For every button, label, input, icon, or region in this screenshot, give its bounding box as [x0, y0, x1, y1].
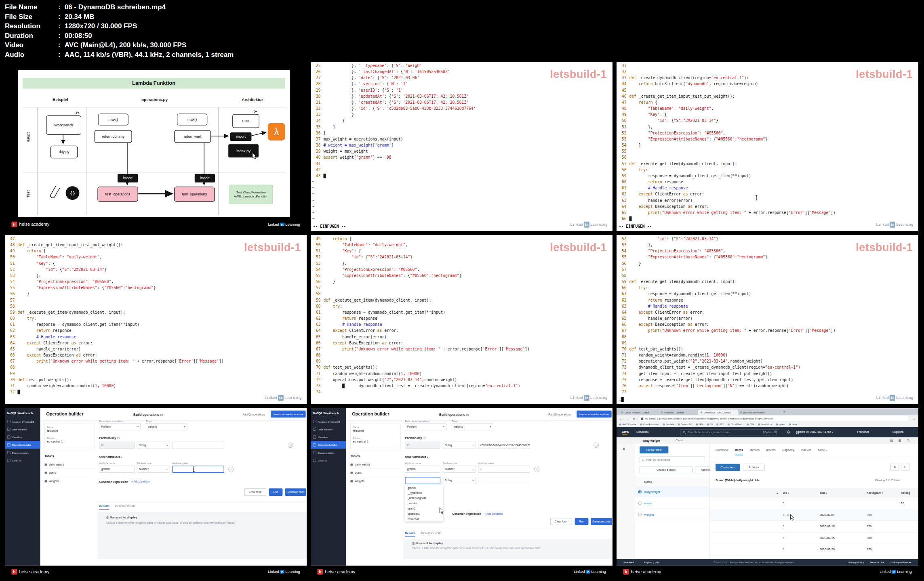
info-icon[interactable]: ⓘ [907, 438, 910, 443]
tab-generated-code[interactable]: Generated code [421, 532, 441, 537]
forward-button[interactable]: → [626, 417, 629, 420]
tab-results[interactable]: Results [405, 532, 415, 537]
generate-code-button[interactable]: Generate code [285, 488, 306, 496]
code-editor[interactable]: 414243def _create_dynamodb_client(region… [617, 63, 836, 222]
panel-layout-icon[interactable]: ▤ [890, 438, 893, 442]
table-select[interactable]: weights [146, 423, 187, 430]
language-select[interactable]: English (US) [644, 561, 659, 564]
sidebar-item[interactable]: Amazon DynamoDB [5, 417, 40, 425]
region-menu[interactable]: Frankfurt [857, 430, 870, 434]
terms-of-use-link[interactable]: Terms of Use [869, 561, 884, 564]
item-cell-hectogram[interactable]: 970 [864, 548, 899, 551]
sidebar-item[interactable]: Operation builder [311, 441, 346, 449]
attribute-value-input[interactable] [172, 466, 224, 473]
choose-table-select[interactable]: Choose a table [640, 467, 692, 473]
settings-gear-button[interactable]: ⚙ [890, 464, 899, 471]
item-cell-uid[interactable]: 1⧉ ✎ [781, 513, 817, 516]
support-menu[interactable]: Support [892, 430, 905, 434]
partition-key-value-input[interactable]: c502db88-5ab6-430b-8233-3744620d7764 [478, 442, 530, 449]
attribute-type-select[interactable]: String [443, 477, 476, 484]
add-condition-link[interactable]: + Add condition [484, 512, 503, 515]
create-table-button[interactable]: Create table [640, 447, 668, 454]
bookmark-item[interactable]: boto3 docs [758, 423, 772, 426]
bookmark-item[interactable]: CloudFormation [640, 423, 659, 426]
feedback-link[interactable]: Feedback [624, 561, 635, 564]
item-cell-uid[interactable]: 1⧉ ✎ [781, 525, 817, 528]
column-header-hectogram[interactable]: hectogram [864, 491, 899, 495]
bookmark-item[interactable]: heise [789, 423, 797, 426]
code-editor[interactable]: 25 }, '__typename': {'S': 'Weigh'26 }, '… [311, 63, 476, 222]
dropdown-option[interactable]: createdAt [405, 516, 443, 522]
tab[interactable]: Overview [716, 448, 728, 455]
sidebar-item[interactable]: Documentation [311, 449, 346, 456]
attribute-value-input[interactable] [478, 477, 530, 484]
filter-tables-input[interactable]: Filter by table name [640, 457, 705, 463]
add-condition-link[interactable]: + Add condition [131, 480, 150, 483]
partition-key-name-input[interactable]: id [99, 442, 135, 449]
sidebar-item[interactable]: Data modeler [311, 426, 346, 433]
services-menu[interactable]: Services [636, 430, 649, 434]
tab[interactable]: Capacity [782, 448, 794, 455]
grid-layout-icon[interactable]: ▦ [898, 438, 901, 442]
generate-code-button[interactable]: Generate code [591, 518, 612, 525]
tab[interactable]: More [818, 448, 827, 455]
operation-select[interactable]: PutItem [405, 423, 446, 430]
actions-button[interactable]: Actions [695, 467, 709, 473]
refresh-button[interactable]: ↻ [901, 464, 909, 471]
item-cell-date[interactable]: 2020-02-15 [817, 536, 865, 539]
item-cell-uid[interactable]: 1⧉ ✎ [781, 502, 817, 505]
add-attribute-button[interactable]: + [228, 467, 234, 472]
dropdown-option[interactable]: _lastChangedAt [405, 496, 443, 501]
table-list-item[interactable]: ▦weights [350, 477, 400, 485]
reload-button[interactable]: ↻ [633, 417, 635, 420]
radio-button[interactable] [638, 513, 642, 516]
partition-key-name-input[interactable]: id [405, 442, 440, 449]
table-select[interactable]: weights [452, 423, 493, 430]
menu-icon[interactable]: ≡ [623, 447, 625, 451]
table-list-item[interactable]: ▦daily-weight [44, 461, 95, 469]
table-row[interactable]: daily-weight [635, 486, 710, 497]
item-row[interactable]: 1⧉ ✎ 10 [710, 498, 918, 510]
account-menu[interactable]: gglawe @ 7950-4827-1754 [796, 430, 833, 434]
actions-dropdown[interactable]: Actions [743, 464, 765, 471]
item-cell-hectogram[interactable]: 970 [864, 525, 899, 528]
sidebar-item[interactable]: Visualizer [5, 433, 40, 441]
bookmark-item[interactable]: EC2 [716, 423, 724, 426]
back-button[interactable]: ← [619, 417, 623, 420]
clear-form-button[interactable]: Clear form [244, 488, 266, 496]
sidebar-item[interactable]: Email us [311, 457, 346, 464]
interface-based-operations-button[interactable]: Interface-based operations [271, 411, 305, 418]
column-header-uid[interactable]: uid [781, 491, 817, 495]
attribute-type-select[interactable]: Number [137, 466, 170, 473]
radio-button[interactable] [638, 501, 642, 505]
item-cell-hectog[interactable]: 10 [899, 502, 918, 505]
tab-generated-code[interactable]: Generated code [115, 504, 135, 509]
item-row[interactable]: 1⧉ ✎ 2020-02-15 980 [710, 533, 918, 544]
attribute-name-input[interactable]: gramm [405, 466, 440, 473]
code-editor[interactable]: 4748def _create_get_item_input_test_put_… [5, 236, 224, 395]
sidebar-item[interactable]: Data modeler [5, 426, 40, 433]
item-cell-uid[interactable]: 1⧉ ✎ [781, 548, 817, 551]
clear-form-button[interactable]: Clear form [550, 518, 572, 525]
add-attribute-button[interactable]: + [534, 467, 539, 472]
item-row[interactable]: 1⧉ ✎ 2020-02-10 970 [710, 521, 918, 533]
radio-button[interactable] [638, 490, 642, 493]
partition-key-type-select[interactable]: String [443, 442, 476, 449]
run-button[interactable]: Run [269, 488, 283, 496]
table-tab-label[interactable]: daily-weight [642, 439, 660, 443]
attribute-name-input[interactable]: gramm [99, 466, 135, 473]
attribute-value-input[interactable]: 1 [478, 466, 530, 473]
bookmark-item[interactable]: pytest [776, 423, 785, 426]
partition-key-type-select[interactable]: String [137, 442, 170, 449]
bookmark-item[interactable]: IAM [696, 423, 703, 426]
column-header-hectog[interactable]: hectog [899, 491, 918, 495]
browser-tab[interactable]: DynamoDB · AWS Console [698, 410, 738, 415]
dropdown-option[interactable]: __typename [405, 491, 443, 496]
console-search-input[interactable]: Search for services, features, ma [Optio… [680, 429, 779, 435]
item-cell-date[interactable]: 2020-02-10 [817, 525, 865, 528]
item-row[interactable]: 1⧉ ✎ 2020-02-01 990 [710, 509, 918, 521]
url-field[interactable]: eu-central-1.console.aws.amazon.com/dyna… [638, 416, 909, 421]
sidebar-item[interactable]: Visualizer [311, 433, 346, 441]
scan-expression[interactable]: Scan: [Table] daily-weight: id [716, 478, 760, 482]
dropdown-option[interactable]: userID [405, 506, 443, 511]
